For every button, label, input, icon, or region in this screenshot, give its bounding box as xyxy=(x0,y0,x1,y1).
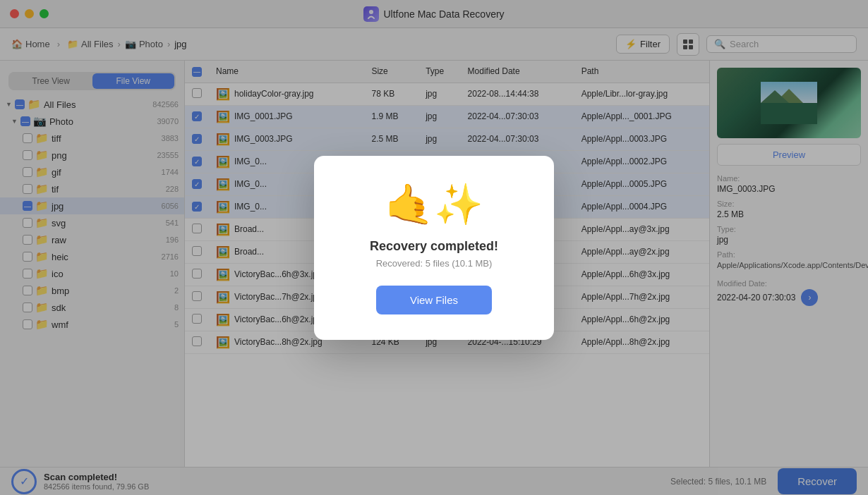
modal-overlay: 🤙✨ Recovery completed! Recovered: 5 file… xyxy=(0,0,868,495)
modal-subtitle: Recovered: 5 files (10.1 MB) xyxy=(342,258,526,269)
view-files-button[interactable]: View Files xyxy=(376,286,492,314)
modal: 🤙✨ Recovery completed! Recovered: 5 file… xyxy=(314,156,554,340)
modal-title: Recovery completed! xyxy=(342,239,526,254)
modal-emoji: 🤙✨ xyxy=(342,181,526,228)
